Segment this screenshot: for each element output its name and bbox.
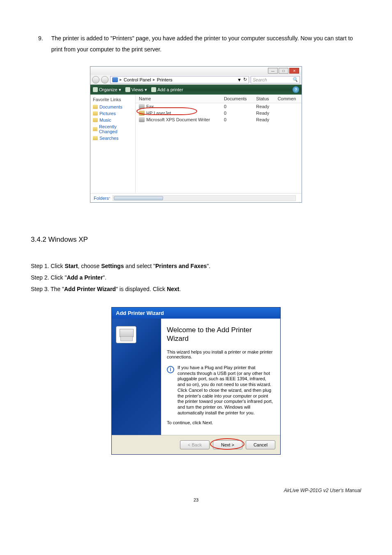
folder-icon [93,136,98,140]
step-text: The printer is added to "Printers" page,… [51,33,361,55]
wizard-info-text: If you have a Plug and Play printer that… [178,365,274,416]
section-heading: 3.4.2 Windows XP [31,236,361,244]
wizard-body: Welcome to the Add Printer Wizard This w… [112,319,280,435]
sidebar-item-documents[interactable]: Documents [93,104,133,109]
scroll-thumb[interactable] [114,196,163,200]
table-row[interactable]: HP LaserJet 0 Ready [136,110,302,116]
search-icon: 🔍 [292,77,298,82]
wizard-info-box: i If you have a Plug and Play printer th… [167,365,274,416]
col-documents[interactable]: Documents [221,95,253,103]
add-printer-icon [151,87,156,92]
close-button[interactable]: ✕ [289,68,299,74]
printer-icon [139,117,145,122]
folders-label: Folders [94,196,109,201]
refresh-dropdown[interactable]: ▼ [237,77,242,82]
window-body: Favorite Links Documents Pictures Music … [90,95,302,193]
refresh-icon[interactable]: ↻ [243,77,247,82]
views-icon [125,87,130,92]
printers-table: Name Documents Status Commen Fax 0 Ready [136,95,302,123]
info-icon: i [167,366,174,373]
sidebar-title: Favorite Links [93,97,133,102]
organize-button[interactable]: Organize ▾ [93,87,121,92]
content-pane: Name Documents Status Commen Fax 0 Ready [136,95,302,193]
next-button[interactable]: Next > [213,440,242,449]
address-bar: ▸ Control Panel ▸ Printers ▼ ↻ Search 🔍 [90,75,302,85]
xp-screenshot-container: Add Printer Wizard Welcome to the Add Pr… [31,307,361,455]
views-button[interactable]: Views ▾ [125,87,147,92]
breadcrumb-sep: ▸ [153,77,155,82]
step-9: 9. The printer is added to "Printers" pa… [31,33,361,55]
step-number: 9. [38,33,43,55]
search-input[interactable]: Search 🔍 [251,76,300,83]
wizard-intro: This wizard helps you install a printer … [167,349,274,359]
step-2: Step 2. Click "Add a Printer". [31,272,361,283]
minimize-button[interactable]: — [268,68,278,74]
printer-icon [139,111,145,116]
col-status[interactable]: Status [253,95,274,103]
step-1: Step 1. Click Start, choose Settings and… [31,260,361,272]
sidebar-item-pictures[interactable]: Pictures [93,111,133,116]
xp-wizard-window: Add Printer Wizard Welcome to the Add Pr… [111,307,281,455]
folders-bar[interactable]: Folders ^ [90,193,302,202]
sidebar: Favorite Links Documents Pictures Music … [90,95,136,193]
table-row[interactable]: Microsoft XPS Document Writer 0 Ready [136,116,302,123]
vista-window: — □ ✕ ▸ Control Panel ▸ Printers ▼ ↻ Sea… [90,66,302,203]
add-printer-button[interactable]: Add a printer [151,87,183,92]
cancel-button[interactable]: Cancel [246,440,275,449]
printer-icon [139,104,145,109]
organize-icon [93,87,98,92]
horizontal-scrollbar[interactable] [113,195,296,201]
forward-button[interactable] [101,76,108,83]
back-button[interactable] [92,76,99,83]
wizard-continue: To continue, click Next. [167,420,274,425]
sidebar-item-recently-changed[interactable]: Recently Changed [93,124,133,134]
maximize-button[interactable]: □ [279,68,288,74]
back-button: < Back [180,440,210,449]
sidebar-item-music[interactable]: Music [93,118,133,123]
chevron-up-icon: ^ [109,196,111,200]
search-placeholder: Search [253,77,267,82]
breadcrumb-control-panel[interactable]: Control Panel [124,77,151,82]
folder-icon [93,118,98,122]
wizard-content: Welcome to the Add Printer Wizard This w… [161,319,280,435]
col-comment[interactable]: Commen [274,95,302,103]
wizard-titlebar: Add Printer Wizard [112,308,280,319]
wizard-heading: Welcome to the Add Printer Wizard [167,326,274,343]
printer-icon [112,77,118,82]
page-number: 23 [31,497,361,502]
col-name[interactable]: Name [136,95,221,103]
step-3: Step 3. The "Add Printer Wizard" is disp… [31,283,361,295]
folder-icon [93,127,97,131]
breadcrumb-printers[interactable]: Printers [157,77,173,82]
table-row[interactable]: Fax 0 Ready [136,103,302,110]
titlebar: — □ ✕ [90,67,302,75]
sidebar-item-searches[interactable]: Searches [93,136,133,141]
breadcrumb-sep: ▸ [120,77,122,82]
toolbar: Organize ▾ Views ▾ Add a printer ? [90,85,302,95]
help-icon[interactable]: ? [293,86,299,93]
vista-screenshot-container: — □ ✕ ▸ Control Panel ▸ Printers ▼ ↻ Sea… [31,66,361,203]
printer-wizard-icon [116,326,136,343]
footer-manual: AirLive WP-201G v2 User's Manual [31,488,361,493]
folder-icon [93,111,98,116]
wizard-buttons: < Back Next > Cancel [112,435,280,454]
address-field[interactable]: ▸ Control Panel ▸ Printers ▼ ↻ [110,76,249,83]
steps-list: Step 1. Click Start, choose Settings and… [31,260,361,295]
folder-icon [93,105,98,109]
wizard-sidebar [112,319,161,435]
